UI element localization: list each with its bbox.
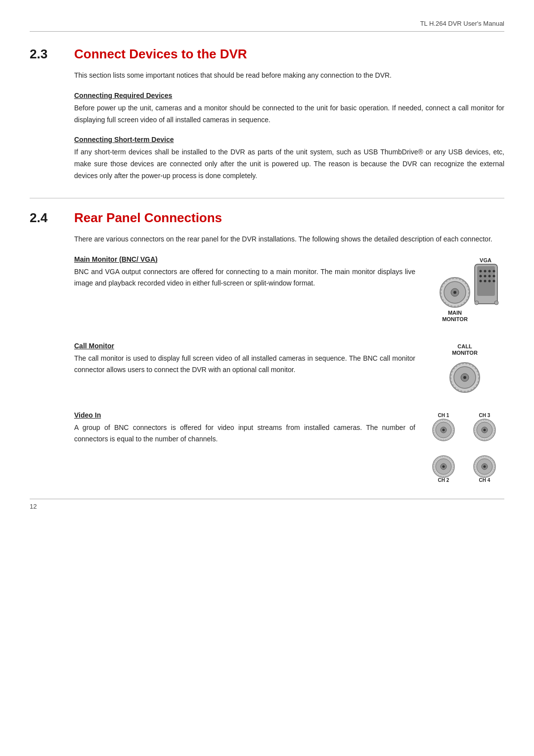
subsection-connecting-short-term: Connecting Short-term Device If any shor… (74, 136, 504, 182)
svg-text:CH 3: CH 3 (479, 413, 490, 418)
svg-point-20 (453, 291, 456, 294)
svg-point-4 (484, 270, 487, 272)
section-23-number: 2.3 (30, 47, 74, 62)
main-monitor-body: BNC and VGA output connectors are offere… (74, 266, 415, 290)
section-divider (30, 198, 504, 198)
call-monitor-title: Call Monitor (74, 342, 415, 350)
subsection-connecting-required-title: Connecting Required Devices (74, 92, 504, 99)
page-footer: 12 (30, 499, 504, 510)
video-in-body: A group of BNC connectors is offered for… (74, 422, 415, 446)
subsection-main-monitor: Main Monitor (BNC/ VGA) BNC and VGA outp… (74, 255, 504, 332)
call-monitor-text: Call Monitor The call monitor is used to… (74, 342, 415, 377)
section-24-title: Rear Panel Connections (74, 210, 222, 226)
svg-point-8 (484, 275, 487, 277)
page-number: 12 (30, 503, 37, 510)
video-in-image: CH 1 CH 3 (425, 411, 504, 485)
page-container: TL H.264 DVR User's Manual 2.3 Connect D… (0, 0, 534, 525)
page-header: TL H.264 DVR User's Manual (30, 20, 504, 32)
svg-text:MONITOR: MONITOR (452, 350, 478, 356)
subsection-call-monitor: Call Monitor The call monitor is used to… (74, 342, 504, 401)
svg-point-10 (493, 275, 495, 277)
svg-text:CH 4: CH 4 (479, 477, 490, 483)
svg-point-41 (484, 428, 486, 431)
section-24-intro: There are various connectors on the rear… (74, 234, 504, 245)
subsection-connecting-short-term-title: Connecting Short-term Device (74, 136, 504, 143)
subsection-video-in: Video In A group of BNC connectors is of… (74, 411, 504, 485)
section-23: 2.3 Connect Devices to the DVR This sect… (30, 47, 504, 182)
svg-point-3 (480, 270, 482, 272)
svg-point-13 (489, 280, 491, 282)
svg-text:CALL: CALL (457, 343, 472, 349)
main-monitor-title: Main Monitor (BNC/ VGA) (74, 255, 415, 263)
call-monitor-svg: CALL MONITOR (435, 342, 494, 401)
svg-text:VGA: VGA (480, 257, 491, 263)
video-in-title: Video In (74, 411, 415, 419)
subsection-connecting-required: Connecting Required Devices Before power… (74, 92, 504, 126)
svg-point-52 (484, 465, 486, 468)
svg-point-35 (443, 428, 445, 431)
svg-point-15 (475, 301, 479, 305)
svg-point-29 (463, 376, 466, 379)
section-24-number: 2.4 (30, 210, 74, 226)
svg-text:MAIN: MAIN (448, 310, 462, 316)
svg-point-6 (493, 270, 495, 272)
video-in-text: Video In A group of BNC connectors is of… (74, 411, 415, 446)
main-monitor-text: Main Monitor (BNC/ VGA) BNC and VGA outp… (74, 255, 415, 290)
svg-point-5 (489, 270, 491, 272)
call-monitor-image: CALL MONITOR (425, 342, 504, 401)
call-monitor-body: The call monitor is used to display full… (74, 353, 415, 377)
svg-point-9 (489, 275, 491, 277)
svg-point-16 (494, 301, 498, 305)
svg-point-11 (480, 280, 482, 282)
svg-point-14 (493, 280, 495, 282)
svg-text:MONITOR: MONITOR (442, 316, 468, 322)
section-24-heading: 2.4 Rear Panel Connections (30, 210, 504, 226)
svg-text:CH 2: CH 2 (438, 477, 449, 483)
svg-point-12 (484, 280, 487, 282)
section-24: 2.4 Rear Panel Connections There are var… (30, 210, 504, 485)
subsection-connecting-short-term-body: If any short-term devices shall be insta… (74, 146, 504, 182)
main-monitor-svg: VGA (428, 255, 502, 332)
section-24-body: There are various connectors on the rear… (30, 234, 504, 485)
svg-point-7 (480, 275, 482, 277)
section-23-title: Connect Devices to the DVR (74, 47, 247, 62)
svg-text:CH 1: CH 1 (438, 413, 449, 418)
header-title: TL H.264 DVR User's Manual (420, 20, 504, 27)
svg-point-46 (443, 465, 445, 468)
section-23-heading: 2.3 Connect Devices to the DVR (30, 47, 504, 62)
subsection-connecting-required-body: Before power up the unit, cameras and a … (74, 102, 504, 126)
video-in-svg: CH 1 CH 3 (428, 411, 502, 485)
main-monitor-image: VGA (425, 255, 504, 332)
section-23-body: This section lists some important notice… (30, 70, 504, 182)
section-23-intro: This section lists some important notice… (74, 70, 504, 82)
